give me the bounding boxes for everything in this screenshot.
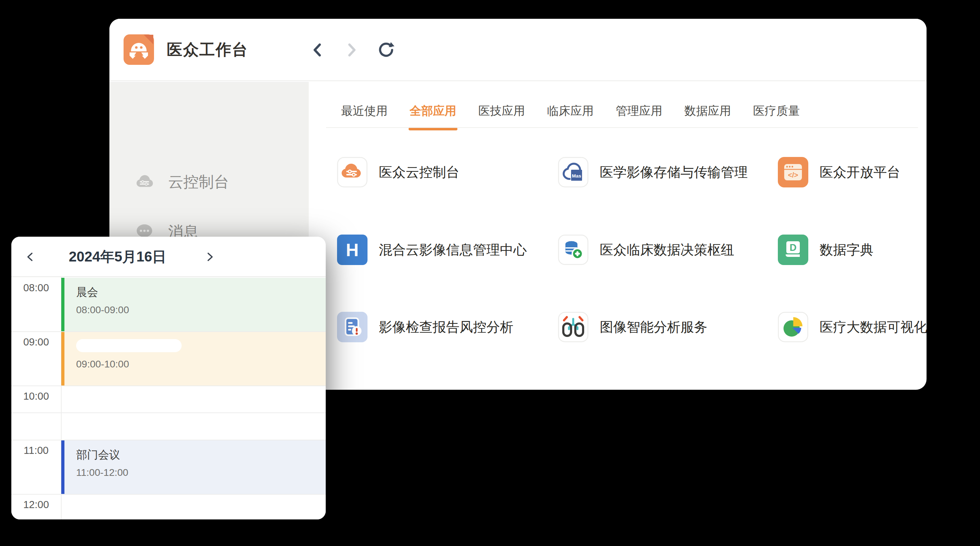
event-department-meeting[interactable]: 部门会议 11:00-12:00 (61, 441, 326, 494)
hybrid-cloud-h-icon: H (337, 235, 368, 265)
cloud-console-icon (135, 172, 154, 192)
half-hour-gridline (11, 412, 326, 413)
app-label: 数据字典 (819, 241, 873, 259)
app-label: 医学影像存储与传输管理 (600, 163, 748, 181)
svg-text:Mas: Mas (572, 173, 581, 179)
app-imaging-storage[interactable]: Mas 医学影像存储与传输管理 (558, 157, 748, 187)
open-platform-icon: </> (778, 157, 808, 187)
event-title: 晨会 (76, 278, 326, 300)
chevron-right-icon (205, 251, 215, 263)
event-time: 08:00-09:00 (76, 300, 326, 316)
forward-arrow-icon (344, 43, 359, 57)
event-title: 部门会议 (76, 441, 326, 462)
tabs-separator (326, 127, 918, 128)
tab-all-apps[interactable]: 全部应用 (410, 103, 457, 130)
tab-management-apps[interactable]: 管理应用 (616, 103, 662, 130)
time-label: 11:00 (11, 445, 61, 457)
app-cloud-console[interactable]: 医众云控制台 (337, 157, 460, 187)
tab-data-apps[interactable]: 数据应用 (684, 103, 731, 130)
refresh-button[interactable] (375, 40, 396, 60)
clinical-data-hub-icon (558, 235, 589, 265)
app-label: 图像智能分析服务 (600, 318, 707, 336)
event-time: 11:00-12:00 (76, 462, 326, 478)
calendar-next-day-button[interactable] (202, 249, 218, 265)
app-open-platform[interactable]: </> 医众开放平台 (778, 157, 900, 187)
header-nav (308, 19, 396, 81)
calendar-day-grid: 08:00 09:00 10:00 11:00 12:00 晨会 08:00-0… (11, 276, 326, 519)
report-risk-icon (337, 312, 368, 342)
tab-quality[interactable]: 医疗质量 (753, 103, 800, 130)
tab-recently-used[interactable]: 最近使用 (341, 103, 388, 130)
back-arrow-icon (310, 43, 325, 57)
app-hybrid-cloud-center[interactable]: H 混合云影像信息管理中心 (337, 235, 527, 265)
app-big-data-visualization[interactable]: 医疗大数据可视化 (778, 312, 927, 342)
app-label: 医众临床数据决策枢纽 (600, 241, 734, 259)
sidebar-item-cloud-console[interactable]: 云控制台 (110, 169, 309, 195)
active-tab-underline (409, 128, 457, 130)
cloud-sliders-icon (337, 157, 368, 187)
app-category-tabs: 最近使用 全部应用 医技应用 临床应用 管理应用 数据应用 医疗质量 (341, 103, 800, 130)
refresh-icon (377, 41, 395, 59)
cloud-mas-icon: Mas (558, 157, 589, 187)
event-time: 09:00-10:00 (76, 352, 326, 370)
event-morning-meeting[interactable]: 晨会 08:00-09:00 (61, 278, 326, 331)
app-image-ai-service[interactable]: 图像智能分析服务 (558, 312, 707, 342)
calendar-prev-day-button[interactable] (22, 249, 38, 265)
app-label: 混合云影像信息管理中心 (379, 241, 527, 259)
time-label: 12:00 (11, 499, 61, 511)
svg-text:</>: </> (788, 171, 799, 179)
back-button[interactable] (308, 40, 328, 60)
time-label: 10:00 (11, 390, 61, 402)
calendar-header: 2024年5月16日 (11, 237, 326, 276)
lungs-ai-icon (558, 312, 589, 342)
app-label: 医众云控制台 (379, 163, 460, 181)
data-dictionary-icon: D (778, 235, 808, 265)
tab-clinical-apps[interactable]: 临床应用 (547, 103, 594, 130)
pie-chart-icon (778, 312, 808, 342)
tab-medtech-apps[interactable]: 医技应用 (478, 103, 525, 130)
sidebar-item-label: 云控制台 (168, 172, 229, 192)
app-report-risk-analysis[interactable]: 影像检查报告风控分析 (337, 312, 513, 342)
chevron-left-icon (25, 251, 35, 263)
app-logo-icon (124, 34, 154, 65)
hour-gridline (11, 494, 326, 495)
svg-text:D: D (789, 243, 797, 253)
app-data-dictionary[interactable]: D 数据字典 (778, 235, 873, 265)
time-label: 08:00 (11, 282, 61, 294)
app-label: 影像检查报告风控分析 (379, 318, 513, 336)
forward-button[interactable] (342, 40, 361, 60)
hour-gridline (11, 385, 326, 386)
event-redacted[interactable]: 09:00-10:00 (61, 332, 326, 385)
app-label: 医众开放平台 (819, 163, 900, 181)
app-clinical-data-hub[interactable]: 医众临床数据决策枢纽 (558, 235, 734, 265)
app-header: 医众工作台 (110, 19, 926, 81)
calendar-date-label: 2024年5月16日 (50, 237, 185, 276)
event-title-redacted-pill (76, 339, 181, 352)
calendar-panel: 2024年5月16日 08:00 09:00 10:00 11:00 12:00… (11, 237, 326, 519)
app-label: 医疗大数据可视化 (819, 318, 927, 336)
svg-text:H: H (346, 240, 359, 260)
app-title: 医众工作台 (167, 39, 248, 60)
time-label: 09:00 (11, 336, 61, 348)
